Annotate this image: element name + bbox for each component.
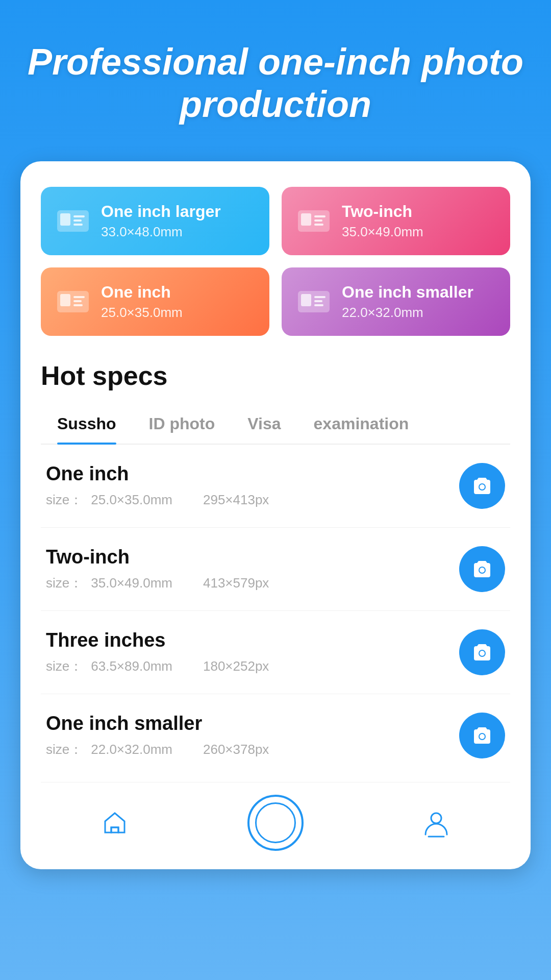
svg-point-21 [480,484,485,489]
svg-rect-8 [314,219,322,222]
id-card-icon-4 [296,284,332,320]
id-card-icon-2 [296,203,332,239]
home-nav-button[interactable] [100,808,130,838]
photo-type-two-inch[interactable]: Two-inch 35.0×49.0mm [282,187,510,255]
center-action-button[interactable] [247,795,304,851]
spec-px-0: 295×413px [203,492,269,508]
spec-info-three-inches: Three inches size： 63.5×89.0mm 180×252px [46,629,459,675]
card-text-one-inch-larger: One inch larger 33.0×48.0mm [101,202,221,240]
svg-rect-4 [73,224,83,226]
svg-rect-13 [73,300,82,302]
tab-id-photo[interactable]: ID photo [133,406,232,444]
card-size-one-inch-larger: 33.0×48.0mm [101,224,221,240]
spec-info-one-inch-smaller: One inch smaller size： 22.0×32.0mm 260×3… [46,713,459,758]
photo-types-grid: One inch larger 33.0×48.0mm Two-inch 35.… [41,187,510,336]
card-size-two-inch: 35.0×49.0mm [342,224,423,240]
spec-item-three-inches: Three inches size： 63.5×89.0mm 180×252px [41,611,510,694]
svg-rect-3 [73,219,82,222]
svg-rect-9 [314,224,323,226]
spec-details-one-inch: size： 25.0×35.0mm 295×413px [46,491,459,509]
spec-mm-1: 35.0×49.0mm [91,575,172,591]
id-card-icon-3 [55,284,91,320]
card-name-one-inch-smaller: One inch smaller [342,283,473,302]
spec-px-2: 180×252px [203,658,269,674]
spec-info-one-inch: One inch size： 25.0×35.0mm 295×413px [46,463,459,509]
svg-point-28 [431,813,441,823]
spec-mm-0: 25.0×35.0mm [91,492,172,508]
spec-details-one-inch-smaller: size： 22.0×32.0mm 260×378px [46,741,459,758]
svg-rect-16 [301,294,311,306]
camera-btn-1[interactable] [459,546,505,592]
svg-rect-11 [60,294,70,306]
bottom-nav [41,782,510,869]
card-size-one-inch-smaller: 22.0×32.0mm [342,305,473,321]
svg-point-27 [480,734,485,739]
svg-rect-12 [73,296,85,298]
svg-rect-1 [60,213,70,226]
id-card-icon [55,203,91,239]
svg-point-23 [480,568,485,573]
svg-rect-6 [301,213,311,226]
spec-item-two-inch: Two-inch size： 35.0×49.0mm 413×579px [41,528,510,611]
svg-rect-14 [73,304,83,306]
spec-px-1: 413×579px [203,575,269,591]
tab-examination[interactable]: examination [297,406,425,444]
card-name-one-inch-larger: One inch larger [101,202,221,221]
spec-name-three-inches: Three inches [46,629,459,651]
camera-btn-0[interactable] [459,463,505,509]
hot-specs-title: Hot specs [41,360,510,391]
card-name-two-inch: Two-inch [342,202,423,221]
photo-type-one-inch-smaller[interactable]: One inch smaller 22.0×32.0mm [282,267,510,336]
center-btn-inner [255,802,296,843]
spec-name-one-inch: One inch [46,463,459,485]
profile-nav-button[interactable] [421,808,451,838]
spec-label-3: size： [46,741,83,758]
tab-sussho[interactable]: Sussho [41,406,133,444]
card-size-one-inch: 25.0×35.0mm [101,305,183,321]
photo-type-one-inch-larger[interactable]: One inch larger 33.0×48.0mm [41,187,269,255]
svg-rect-19 [314,304,323,306]
spec-label-0: size： [46,491,83,509]
spec-details-two-inch: size： 35.0×49.0mm 413×579px [46,574,459,592]
spec-label-1: size： [46,574,83,592]
svg-point-25 [480,651,485,656]
spec-details-three-inches: size： 63.5×89.0mm 180×252px [46,657,459,675]
svg-rect-18 [314,300,322,302]
spec-px-3: 260×378px [203,742,269,757]
spec-item-one-inch: One inch size： 25.0×35.0mm 295×413px [41,445,510,528]
camera-btn-3[interactable] [459,713,505,758]
spec-list: One inch size： 25.0×35.0mm 295×413px Two… [41,445,510,777]
svg-rect-17 [314,296,325,298]
tabs-row: Sussho ID photo Visa examination [41,406,510,445]
svg-rect-2 [73,215,85,217]
photo-type-one-inch[interactable]: One inch 25.0×35.0mm [41,267,269,336]
card-text-one-inch: One inch 25.0×35.0mm [101,283,183,321]
spec-label-2: size： [46,657,83,675]
tab-visa[interactable]: Visa [231,406,297,444]
spec-mm-2: 63.5×89.0mm [91,658,172,674]
spec-name-one-inch-smaller: One inch smaller [46,713,459,734]
svg-rect-7 [314,215,325,217]
page-title: Professional one-inch photo production [20,41,531,126]
spec-name-two-inch: Two-inch [46,546,459,568]
card-text-one-inch-smaller: One inch smaller 22.0×32.0mm [342,283,473,321]
spec-item-one-inch-smaller: One inch smaller size： 22.0×32.0mm 260×3… [41,694,510,777]
camera-btn-2[interactable] [459,629,505,675]
card-name-one-inch: One inch [101,283,183,302]
card-text-two-inch: Two-inch 35.0×49.0mm [342,202,423,240]
main-card: One inch larger 33.0×48.0mm Two-inch 35.… [20,161,531,869]
spec-info-two-inch: Two-inch size： 35.0×49.0mm 413×579px [46,546,459,592]
spec-mm-3: 22.0×32.0mm [91,742,172,757]
